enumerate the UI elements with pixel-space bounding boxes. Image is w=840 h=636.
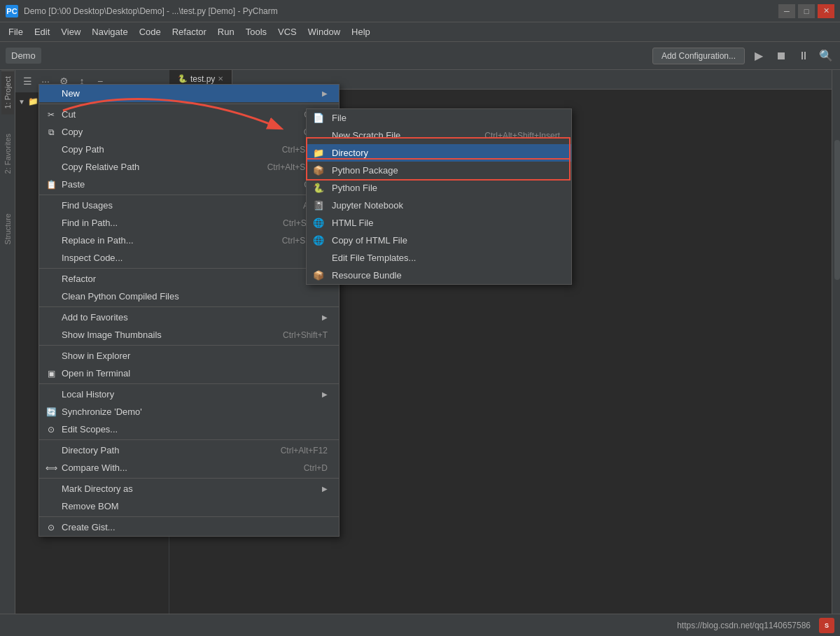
project-name: Demo bbox=[6, 48, 41, 64]
menu-code[interactable]: Code bbox=[134, 24, 167, 40]
menu-vcs[interactable]: VCS bbox=[272, 24, 302, 40]
run-button[interactable]: ▶ bbox=[750, 48, 767, 64]
new-scratch-label: New Scratch File bbox=[329, 130, 400, 141]
new-jupyter-label: Jupyter Notebook bbox=[329, 200, 403, 211]
menu-edit[interactable]: Edit bbox=[29, 24, 55, 40]
right-sidebar bbox=[832, 70, 840, 614]
menu-file[interactable]: File bbox=[3, 24, 29, 40]
ctx-find-usages-label: Find Usages bbox=[62, 200, 113, 211]
maximize-button[interactable]: □ bbox=[798, 4, 815, 18]
ctx-create-gist[interactable]: ⊙ Create Gist... bbox=[39, 518, 339, 536]
new-python-package[interactable]: 📦 Python Package bbox=[307, 162, 571, 179]
ctx-compare-with[interactable]: ⟺ Compare With... Ctrl+D bbox=[39, 459, 339, 476]
tab-testpy-close[interactable]: ✕ bbox=[218, 75, 223, 83]
scratch-icon bbox=[312, 129, 325, 142]
search-everywhere-button[interactable]: 🔍 bbox=[818, 48, 834, 64]
favorites-tab-vertical[interactable]: 2: Favorites bbox=[1, 128, 14, 179]
ctx-clean-compiled[interactable]: Clean Python Compiled Files bbox=[39, 288, 339, 305]
new-copy-html-label: Copy of HTML File bbox=[329, 235, 407, 246]
new-scratch-file[interactable]: New Scratch File Ctrl+Alt+Shift+Insert bbox=[307, 127, 571, 144]
edit-file-templates[interactable]: Edit File Templates... bbox=[307, 249, 571, 267]
ctx-paste[interactable]: 📋 Paste Ctrl+V bbox=[39, 176, 339, 193]
stop-button[interactable]: ⏹ bbox=[773, 48, 790, 64]
python-file-icon: 🐍 bbox=[312, 182, 325, 195]
ctx-add-favorites[interactable]: Add to Favorites bbox=[39, 309, 339, 326]
separator-9 bbox=[39, 516, 339, 517]
menu-help[interactable]: Help bbox=[346, 24, 376, 40]
ctx-open-terminal[interactable]: ▣ Open in Terminal bbox=[39, 365, 339, 382]
panel-layout-button[interactable]: ☰ bbox=[20, 73, 35, 89]
ctx-copy-path-label: Copy Path bbox=[62, 144, 104, 155]
ctx-copy[interactable]: ⧉ Copy Ctrl+C bbox=[39, 123, 339, 141]
close-button[interactable]: ✕ bbox=[818, 4, 834, 18]
favorites-icon bbox=[45, 311, 57, 324]
ctx-compare-label: Compare With... bbox=[62, 462, 127, 473]
ctx-show-thumbnails[interactable]: Show Image Thumbnails Ctrl+Shift+T bbox=[39, 326, 339, 344]
add-configuration-button[interactable]: Add Configuration... bbox=[652, 48, 745, 64]
pause-button[interactable]: ⏸ bbox=[795, 48, 812, 64]
new-resource-bundle[interactable]: 📦 Resource Bundle bbox=[307, 267, 571, 284]
clean-icon bbox=[45, 290, 57, 303]
resource-icon: 📦 bbox=[312, 269, 325, 282]
ctx-show-explorer[interactable]: Show in Explorer bbox=[39, 347, 339, 365]
ctx-refactor[interactable]: Refactor bbox=[39, 270, 339, 288]
new-icon bbox=[45, 87, 57, 100]
new-directory[interactable]: 📁 Directory bbox=[307, 144, 571, 162]
menu-tools[interactable]: Tools bbox=[240, 24, 272, 40]
ctx-new[interactable]: New bbox=[39, 85, 339, 102]
ctx-cut[interactable]: ✂ Cut Ctrl+X bbox=[39, 106, 339, 123]
new-python-file[interactable]: 🐍 Python File bbox=[307, 179, 571, 197]
new-file[interactable]: 📄 File bbox=[307, 109, 571, 127]
ctx-inspect-code[interactable]: Inspect Code... bbox=[39, 249, 339, 267]
ctx-copy-relative-path[interactable]: Copy Relative Path Ctrl+Alt+Shift+C bbox=[39, 158, 339, 176]
menu-run[interactable]: Run bbox=[212, 24, 240, 40]
ctx-remove-bom[interactable]: Remove BOM bbox=[39, 497, 339, 515]
menu-window[interactable]: Window bbox=[302, 24, 346, 40]
project-tab-vertical[interactable]: 1: Project bbox=[1, 70, 14, 114]
separator-8 bbox=[39, 478, 339, 479]
ctx-find-in-path[interactable]: Find in Path... Ctrl+Shift+F bbox=[39, 214, 339, 232]
menu-view[interactable]: View bbox=[55, 24, 86, 40]
ctx-refactor-label: Refactor bbox=[62, 274, 96, 284]
ctx-cut-label: Cut bbox=[62, 109, 76, 120]
new-html-file[interactable]: 🌐 HTML File bbox=[307, 214, 571, 232]
refactor-icon bbox=[45, 273, 57, 285]
ctx-thumbnails-label: Show Image Thumbnails bbox=[62, 330, 162, 340]
html-icon: 🌐 bbox=[312, 217, 325, 229]
new-jupyter[interactable]: 📓 Jupyter Notebook bbox=[307, 197, 571, 214]
title-bar: PC Demo [D:\00 Desktop\Desktop\Demo] - .… bbox=[0, 0, 840, 22]
new-copy-html[interactable]: 🌐 Copy of HTML File bbox=[307, 232, 571, 249]
ctx-synchronize[interactable]: 🔄 Synchronize 'Demo' bbox=[39, 403, 339, 421]
ctx-replace-in-path[interactable]: Replace in Path... Ctrl+Shift+R bbox=[39, 232, 339, 249]
ctx-local-history[interactable]: Local History bbox=[39, 386, 339, 403]
new-directory-label: Directory bbox=[329, 148, 368, 158]
separator-2 bbox=[39, 195, 339, 195]
copy-icon: ⧉ bbox=[45, 126, 57, 139]
python-package-icon: 📦 bbox=[312, 164, 325, 177]
ctx-clean-label: Clean Python Compiled Files bbox=[62, 291, 179, 302]
separator-7 bbox=[39, 439, 339, 440]
window-controls: ─ □ ✕ bbox=[778, 4, 834, 18]
ctx-find-path-label: Find in Path... bbox=[62, 218, 118, 228]
ctx-find-usages[interactable]: Find Usages Alt+F7 bbox=[39, 197, 339, 214]
mark-dir-icon bbox=[45, 483, 57, 495]
ctx-directory-path[interactable]: Directory Path Ctrl+Alt+F12 bbox=[39, 441, 339, 459]
ctx-copy-label: Copy bbox=[62, 127, 83, 137]
edit-file-templates-label: Edit File Templates... bbox=[329, 253, 416, 263]
new-python-package-label: Python Package bbox=[329, 165, 398, 176]
find-usages-icon bbox=[45, 199, 57, 212]
ctx-edit-scopes[interactable]: ⊙ Edit Scopes... bbox=[39, 421, 339, 438]
ctx-gist-label: Create Gist... bbox=[62, 522, 115, 532]
minimize-button[interactable]: ─ bbox=[778, 4, 795, 18]
right-scrollbar[interactable] bbox=[834, 140, 840, 280]
menu-navigate[interactable]: Navigate bbox=[86, 24, 133, 40]
window-title: Demo [D:\00 Desktop\Desktop\Demo] - ...\… bbox=[24, 6, 778, 16]
ctx-mark-directory[interactable]: Mark Directory as bbox=[39, 480, 339, 497]
find-path-icon bbox=[45, 217, 57, 229]
menu-refactor[interactable]: Refactor bbox=[167, 24, 212, 40]
ctx-copy-path[interactable]: Copy Path Ctrl+Shift+C bbox=[39, 141, 339, 158]
separator-1 bbox=[39, 104, 339, 104]
structure-tab-vertical[interactable]: Structure bbox=[1, 208, 14, 250]
new-python-file-label: Python File bbox=[329, 183, 377, 193]
tab-testpy-icon: 🐍 bbox=[178, 74, 188, 83]
